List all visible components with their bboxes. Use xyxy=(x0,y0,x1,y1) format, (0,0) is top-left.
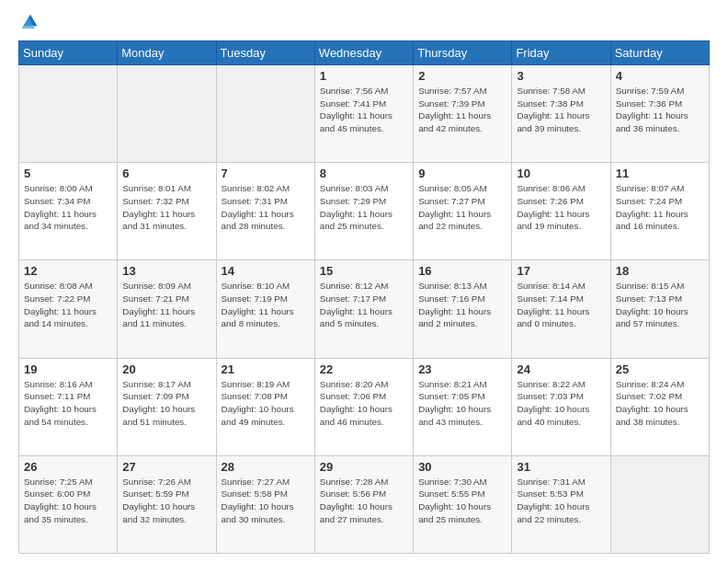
calendar-cell: 21Sunrise: 8:19 AM Sunset: 7:08 PM Dayli… xyxy=(216,358,314,455)
day-number: 25 xyxy=(616,362,704,376)
calendar-cell xyxy=(216,65,314,163)
day-number: 4 xyxy=(616,69,704,83)
day-number: 6 xyxy=(122,167,210,180)
calendar-week-row: 5Sunrise: 8:00 AM Sunset: 7:34 PM Daylig… xyxy=(19,163,710,260)
calendar-cell: 9Sunrise: 8:05 AM Sunset: 7:27 PM Daylig… xyxy=(414,163,512,260)
day-info: Sunrise: 8:19 AM Sunset: 7:08 PM Dayligh… xyxy=(222,378,310,429)
day-info: Sunrise: 7:57 AM Sunset: 7:39 PM Dayligh… xyxy=(418,85,506,135)
day-number: 2 xyxy=(418,69,506,83)
logo xyxy=(18,15,40,31)
day-info: Sunrise: 8:10 AM Sunset: 7:19 PM Dayligh… xyxy=(222,280,310,330)
day-info: Sunrise: 8:08 AM Sunset: 7:22 PM Dayligh… xyxy=(24,280,112,330)
day-number: 20 xyxy=(122,362,210,376)
day-info: Sunrise: 7:26 AM Sunset: 5:59 PM Dayligh… xyxy=(122,476,210,526)
calendar-table: SundayMondayTuesdayWednesdayThursdayFrid… xyxy=(18,40,710,554)
day-info: Sunrise: 7:59 AM Sunset: 7:36 PM Dayligh… xyxy=(616,85,704,135)
calendar-cell: 16Sunrise: 8:13 AM Sunset: 7:16 PM Dayli… xyxy=(414,260,512,358)
day-info: Sunrise: 7:58 AM Sunset: 7:38 PM Dayligh… xyxy=(517,85,605,135)
calendar-cell: 31Sunrise: 7:31 AM Sunset: 5:53 PM Dayli… xyxy=(512,455,610,553)
calendar-cell xyxy=(19,65,118,163)
header xyxy=(18,15,710,31)
calendar-header-tuesday: Tuesday xyxy=(216,41,314,65)
calendar-cell: 8Sunrise: 8:03 AM Sunset: 7:29 PM Daylig… xyxy=(314,163,413,260)
day-info: Sunrise: 8:03 AM Sunset: 7:29 PM Dayligh… xyxy=(320,182,408,233)
day-info: Sunrise: 7:56 AM Sunset: 7:41 PM Dayligh… xyxy=(320,85,408,135)
calendar-cell: 13Sunrise: 8:09 AM Sunset: 7:21 PM Dayli… xyxy=(118,260,216,358)
day-number: 28 xyxy=(222,460,310,474)
day-info: Sunrise: 8:15 AM Sunset: 7:13 PM Dayligh… xyxy=(616,280,704,330)
day-info: Sunrise: 8:07 AM Sunset: 7:24 PM Dayligh… xyxy=(616,182,704,233)
day-info: Sunrise: 8:05 AM Sunset: 7:27 PM Dayligh… xyxy=(418,182,506,233)
calendar-cell xyxy=(118,65,216,163)
calendar-cell: 20Sunrise: 8:17 AM Sunset: 7:09 PM Dayli… xyxy=(118,358,216,455)
calendar-cell: 30Sunrise: 7:30 AM Sunset: 5:55 PM Dayli… xyxy=(414,455,512,553)
logo-icon xyxy=(20,11,40,31)
day-number: 1 xyxy=(320,69,408,83)
day-number: 21 xyxy=(222,362,310,376)
day-number: 5 xyxy=(24,167,112,180)
day-number: 19 xyxy=(24,362,112,376)
day-info: Sunrise: 7:28 AM Sunset: 5:56 PM Dayligh… xyxy=(320,476,408,526)
day-number: 13 xyxy=(122,264,210,278)
calendar-cell: 17Sunrise: 8:14 AM Sunset: 7:14 PM Dayli… xyxy=(512,260,610,358)
page: SundayMondayTuesdayWednesdayThursdayFrid… xyxy=(0,0,728,563)
day-number: 12 xyxy=(24,264,112,278)
day-info: Sunrise: 7:25 AM Sunset: 6:00 PM Dayligh… xyxy=(24,476,112,526)
calendar-cell: 18Sunrise: 8:15 AM Sunset: 7:13 PM Dayli… xyxy=(610,260,709,358)
day-number: 27 xyxy=(122,460,210,474)
day-number: 14 xyxy=(222,264,310,278)
day-info: Sunrise: 8:13 AM Sunset: 7:16 PM Dayligh… xyxy=(418,280,506,330)
day-number: 18 xyxy=(616,264,704,278)
calendar-cell: 7Sunrise: 8:02 AM Sunset: 7:31 PM Daylig… xyxy=(216,163,314,260)
day-info: Sunrise: 8:00 AM Sunset: 7:34 PM Dayligh… xyxy=(24,182,112,233)
day-number: 26 xyxy=(24,460,112,474)
day-info: Sunrise: 8:02 AM Sunset: 7:31 PM Dayligh… xyxy=(222,182,310,233)
day-info: Sunrise: 8:21 AM Sunset: 7:05 PM Dayligh… xyxy=(418,378,506,429)
calendar-week-row: 26Sunrise: 7:25 AM Sunset: 6:00 PM Dayli… xyxy=(19,455,710,553)
calendar-header-friday: Friday xyxy=(512,41,610,65)
calendar-week-row: 19Sunrise: 8:16 AM Sunset: 7:11 PM Dayli… xyxy=(19,358,710,455)
day-info: Sunrise: 7:31 AM Sunset: 5:53 PM Dayligh… xyxy=(517,476,605,526)
calendar-header-wednesday: Wednesday xyxy=(314,41,413,65)
day-info: Sunrise: 8:20 AM Sunset: 7:06 PM Dayligh… xyxy=(320,378,408,429)
day-number: 9 xyxy=(418,167,506,180)
calendar-week-row: 1Sunrise: 7:56 AM Sunset: 7:41 PM Daylig… xyxy=(19,65,710,163)
calendar-cell: 5Sunrise: 8:00 AM Sunset: 7:34 PM Daylig… xyxy=(19,163,118,260)
day-info: Sunrise: 8:09 AM Sunset: 7:21 PM Dayligh… xyxy=(122,280,210,330)
calendar-cell: 22Sunrise: 8:20 AM Sunset: 7:06 PM Dayli… xyxy=(314,358,413,455)
day-info: Sunrise: 8:22 AM Sunset: 7:03 PM Dayligh… xyxy=(517,378,605,429)
calendar-week-row: 12Sunrise: 8:08 AM Sunset: 7:22 PM Dayli… xyxy=(19,260,710,358)
calendar-cell: 23Sunrise: 8:21 AM Sunset: 7:05 PM Dayli… xyxy=(414,358,512,455)
day-info: Sunrise: 8:12 AM Sunset: 7:17 PM Dayligh… xyxy=(320,280,408,330)
calendar-cell: 27Sunrise: 7:26 AM Sunset: 5:59 PM Dayli… xyxy=(118,455,216,553)
calendar-cell: 19Sunrise: 8:16 AM Sunset: 7:11 PM Dayli… xyxy=(19,358,118,455)
calendar-header-monday: Monday xyxy=(118,41,216,65)
day-number: 10 xyxy=(517,167,605,180)
day-number: 15 xyxy=(320,264,408,278)
calendar-cell: 14Sunrise: 8:10 AM Sunset: 7:19 PM Dayli… xyxy=(216,260,314,358)
calendar-cell: 29Sunrise: 7:28 AM Sunset: 5:56 PM Dayli… xyxy=(314,455,413,553)
day-info: Sunrise: 7:30 AM Sunset: 5:55 PM Dayligh… xyxy=(418,476,506,526)
calendar-header-saturday: Saturday xyxy=(610,41,709,65)
day-number: 23 xyxy=(418,362,506,376)
day-info: Sunrise: 8:24 AM Sunset: 7:02 PM Dayligh… xyxy=(616,378,704,429)
day-number: 31 xyxy=(517,460,605,474)
day-number: 30 xyxy=(418,460,506,474)
day-info: Sunrise: 8:17 AM Sunset: 7:09 PM Dayligh… xyxy=(122,378,210,429)
calendar-cell: 10Sunrise: 8:06 AM Sunset: 7:26 PM Dayli… xyxy=(512,163,610,260)
calendar-cell: 11Sunrise: 8:07 AM Sunset: 7:24 PM Dayli… xyxy=(610,163,709,260)
day-number: 22 xyxy=(320,362,408,376)
calendar-header-sunday: Sunday xyxy=(19,41,118,65)
calendar-cell: 26Sunrise: 7:25 AM Sunset: 6:00 PM Dayli… xyxy=(19,455,118,553)
day-number: 3 xyxy=(517,69,605,83)
day-number: 29 xyxy=(320,460,408,474)
day-info: Sunrise: 8:06 AM Sunset: 7:26 PM Dayligh… xyxy=(517,182,605,233)
day-info: Sunrise: 8:14 AM Sunset: 7:14 PM Dayligh… xyxy=(517,280,605,330)
calendar-cell: 1Sunrise: 7:56 AM Sunset: 7:41 PM Daylig… xyxy=(314,65,413,163)
calendar-cell xyxy=(610,455,709,553)
day-number: 11 xyxy=(616,167,704,180)
calendar-header-thursday: Thursday xyxy=(414,41,512,65)
calendar-cell: 12Sunrise: 8:08 AM Sunset: 7:22 PM Dayli… xyxy=(19,260,118,358)
day-number: 8 xyxy=(320,167,408,180)
day-number: 7 xyxy=(222,167,310,180)
